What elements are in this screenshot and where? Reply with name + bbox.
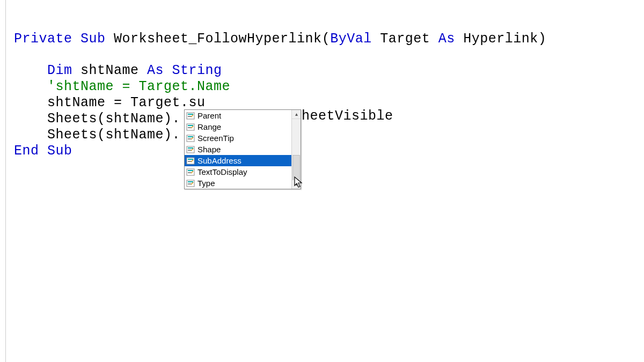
- intellisense-item-type[interactable]: Type: [185, 178, 301, 189]
- keyword: Private: [14, 31, 72, 47]
- property-icon: [186, 145, 195, 154]
- intellisense-item-label: Shape: [197, 145, 221, 154]
- property-icon: [186, 123, 195, 131]
- svg-rect-1: [188, 114, 193, 115]
- intellisense-list[interactable]: Parent Range ScreenTip Shape SubAddress: [185, 110, 301, 189]
- scroll-up-arrow-icon[interactable]: ▴: [292, 110, 301, 119]
- intellisense-item-label: ScreenTip: [197, 134, 234, 143]
- code-line: End Sub: [14, 143, 644, 159]
- svg-rect-16: [188, 170, 193, 171]
- code-line: Sheets(shtName).: [14, 127, 644, 143]
- keyword: String: [164, 63, 222, 78]
- svg-rect-11: [188, 150, 191, 151]
- intellisense-item-screentip[interactable]: ScreenTip: [185, 132, 301, 144]
- scrollbar-thumb[interactable]: [292, 155, 300, 181]
- svg-rect-17: [188, 172, 191, 173]
- code-text: Hyperlink): [455, 31, 547, 47]
- property-icon: [186, 168, 195, 176]
- keyword: Sub: [80, 31, 106, 47]
- code-text-partial: heetVisible: [302, 108, 393, 124]
- code-line: 'shtName = Target.Name: [14, 79, 644, 95]
- intellisense-item-label: TextToDisplay: [197, 167, 247, 177]
- svg-rect-20: [188, 183, 191, 184]
- svg-rect-5: [188, 127, 191, 128]
- scrollbar[interactable]: ▴ ▾: [291, 110, 301, 189]
- keyword: As: [147, 63, 164, 78]
- intellisense-item-label: Type: [197, 179, 215, 188]
- intellisense-popup[interactable]: Parent Range ScreenTip Shape SubAddress: [184, 109, 301, 189]
- intellisense-item-parent[interactable]: Parent: [185, 110, 301, 121]
- blank-line: [14, 47, 644, 63]
- intellisense-item-label: SubAddress: [197, 156, 241, 166]
- svg-rect-2: [188, 116, 191, 117]
- intellisense-item-label: Range: [197, 122, 221, 132]
- svg-rect-14: [188, 161, 191, 162]
- svg-rect-8: [188, 138, 191, 139]
- intellisense-item-label: Parent: [197, 111, 221, 121]
- property-icon: [186, 134, 195, 143]
- scroll-down-arrow-icon[interactable]: ▾: [292, 180, 301, 189]
- code-editor-pane[interactable]: Private Sub Worksheet_FollowHyperlink(By…: [5, 0, 644, 362]
- svg-rect-13: [188, 159, 193, 160]
- intellisense-item-range[interactable]: Range: [185, 121, 301, 132]
- code-text: Worksheet_FollowHyperlink(: [106, 31, 331, 47]
- svg-rect-19: [188, 181, 193, 182]
- property-icon: [186, 179, 195, 188]
- keyword: End: [14, 143, 39, 159]
- svg-rect-7: [188, 136, 193, 137]
- svg-rect-10: [188, 147, 193, 149]
- svg-rect-4: [188, 125, 193, 126]
- property-icon: [186, 112, 195, 120]
- comment: 'shtName = Target.Name: [47, 79, 230, 94]
- code-line: Dim shtName As String: [14, 63, 644, 79]
- keyword: ByVal: [330, 31, 372, 47]
- intellisense-item-subaddress[interactable]: SubAddress: [185, 155, 301, 166]
- keyword: As: [438, 31, 455, 47]
- code-text: shtName: [72, 63, 148, 78]
- code-line: Private Sub Worksheet_FollowHyperlink(By…: [14, 31, 644, 47]
- keyword: Dim: [47, 63, 72, 78]
- property-icon: [186, 157, 195, 165]
- keyword: Sub: [39, 143, 72, 159]
- code-text: Target: [372, 31, 438, 47]
- intellisense-item-texttodisplay[interactable]: TextToDisplay: [185, 166, 301, 178]
- intellisense-item-shape[interactable]: Shape: [185, 144, 301, 155]
